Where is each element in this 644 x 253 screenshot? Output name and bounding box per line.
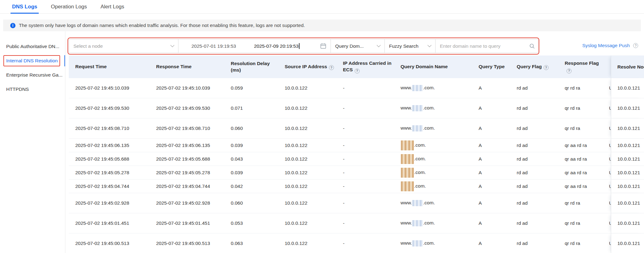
table-row: 2025-07-02 19:45:04.744 2025-07-02 19:45… [69,180,644,193]
table-row: 2025-07-02 19:45:09.530 2025-07-02 19:45… [69,98,644,118]
resolution-delay-cell: 0.053 [225,220,278,226]
source-ip-cell: 10.0.0.122 [278,170,337,175]
tab-dns-logs[interactable]: DNS Logs [11,0,38,13]
request-time-cell: 2025-07-02 19:45:09.530 [69,105,150,111]
query-type-cell: A [472,170,510,175]
query-domain-cell: www..com. [394,125,472,131]
domain-search-input[interactable] [440,43,529,49]
resolve-node-cell: 10.0.0.121 [611,180,644,193]
col-header-query-type[interactable]: Query Type [472,55,510,78]
response-flag-cell: qr aa rd ra [559,143,605,148]
col-header-request-time[interactable]: Request Time [69,55,150,78]
query-domain-cell: .com. [394,140,472,150]
redacted-domain-blur [412,105,423,111]
date-end-value[interactable]: 2025-07-09 20:19:53 [254,43,299,49]
tab-operation-logs[interactable]: Operation Logs [50,0,88,13]
help-icon[interactable] [544,65,549,70]
table-row: 2025-07-02 19:45:08.710 2025-07-02 19:45… [69,118,644,139]
help-icon[interactable] [355,69,360,73]
source-ip-cell: 10.0.0.122 [278,85,337,91]
resolution-delay-cell: 0.071 [225,105,278,111]
query-domain-cell: www..com. [394,85,472,91]
date-start-value[interactable]: 2025-07-01 19:19:53 [191,43,236,49]
query-field-select[interactable]: Query Dom... [331,39,384,53]
resolution-delay-cell: 0.060 [225,126,278,131]
col-header-source-ip[interactable]: Source IP Address [278,55,337,78]
request-time-cell: 2025-07-02 19:45:06.135 [69,143,150,148]
sidebar-item-httpdns[interactable]: HTTPDNS [0,82,65,96]
help-icon[interactable] [633,43,638,48]
source-ip-cell: 10.0.0.122 [278,241,337,246]
chevron-down-icon [170,43,174,47]
resolve-node-cell: 10.0.0.121 [611,78,644,98]
sidebar-item-internal-dns-resolution[interactable]: Internal DNS Resolution [0,54,65,68]
table-row: 2025-07-02 19:45:05.278 2025-07-02 19:45… [69,166,644,180]
query-flag-cell: rd ad [510,184,559,189]
col-header-resolve-node[interactable]: Resolve Node [611,55,644,78]
text-cursor [299,43,300,49]
query-domain-cell: www..com. [394,240,472,246]
source-ip-cell: 10.0.0.122 [278,200,337,206]
table-row: 2025-07-02 19:45:02.928 2025-07-02 19:45… [69,193,644,213]
syslog-link-label: Syslog Message Push [582,43,630,48]
response-time-cell: 2025-07-02 19:45:00.513 [150,241,225,246]
col-header-resolution-delay[interactable]: Resolution Delay (ms) [225,55,278,78]
table-body: 2025-07-02 19:45:10.039 2025-07-02 19:45… [69,78,644,253]
protocol-cell-clipped: U [605,156,611,162]
syslog-message-push-link[interactable]: Syslog Message Push [582,43,638,48]
source-ip-cell: 10.0.0.122 [278,220,337,226]
col-header-response-flag[interactable]: Response Flag [559,55,605,78]
sidebar-item-enterprise-recursive-gateway[interactable]: Enterprise Recursive Ga... [0,68,65,82]
request-time-cell: 2025-07-02 19:45:05.278 [69,170,150,175]
main-content: Select a node 2025-07-01 19:19:53 2025-0… [65,31,644,253]
resolve-node-cell: 10.0.0.121 [611,166,644,179]
col-header-response-time[interactable]: Response Time [150,55,225,78]
request-time-cell: 2025-07-02 19:45:04.744 [69,184,150,189]
col-header-ecs-ip[interactable]: IP Address Carried in ECS [337,55,394,78]
response-flag-cell: qr rd ra [559,105,605,111]
source-ip-cell: 10.0.0.122 [278,105,337,111]
ecs-ip-cell: - [337,126,394,131]
ecs-ip-cell: - [337,105,394,111]
calendar-icon[interactable] [320,43,326,49]
resolve-node-cell: 10.0.0.121 [611,139,644,152]
redacted-domain-blur [401,181,414,191]
protocol-cell-clipped: U [605,184,611,189]
col-header-query-domain[interactable]: Query Domain Name [394,55,472,78]
search-icon[interactable] [529,43,535,49]
info-banner-text: The system only have logs of domain name… [19,23,305,28]
tab-alert-logs[interactable]: Alert Logs [99,0,125,13]
request-time-cell: 2025-07-02 19:45:05.688 [69,156,150,162]
sidebar-item-public-authoritative-dns[interactable]: Public Authoritative DN... [0,39,65,54]
date-range-picker[interactable]: 2025-07-01 19:19:53 2025-07-09 20:19:53 [178,39,331,53]
request-time-cell: 2025-07-02 19:45:02.928 [69,200,150,206]
help-icon[interactable] [567,69,572,73]
query-domain-cell: .com. [394,181,472,191]
resolution-delay-cell: 0.060 [225,200,278,206]
redacted-domain-blur [401,154,414,164]
resolve-node-cell: 10.0.0.121 [611,118,644,138]
top-tab-bar: DNS Logs Operation Logs Alert Logs [0,0,644,14]
response-flag-cell: qr rd ra [559,241,605,246]
source-ip-cell: 10.0.0.122 [278,126,337,131]
query-flag-cell: rd ad [510,105,559,111]
redacted-domain-blur [412,85,423,91]
query-domain-cell: www..com. [394,220,472,226]
help-icon[interactable] [329,65,334,70]
node-select[interactable]: Select a node [69,39,178,53]
response-time-cell: 2025-07-02 19:45:09.530 [150,105,225,111]
redacted-domain-blur [412,220,423,226]
source-ip-cell: 10.0.0.122 [278,156,337,162]
response-time-cell: 2025-07-02 19:45:05.688 [150,156,225,162]
resolution-delay-cell: 0.039 [225,143,278,148]
query-type-cell: A [472,85,510,91]
table-header-row: Request Time Response Time Resolution De… [69,55,644,78]
table-row: 2025-07-02 19:45:10.039 2025-07-02 19:45… [69,78,644,98]
table-row: 2025-07-02 19:45:01.451 2025-07-02 19:45… [69,213,644,233]
source-ip-cell: 10.0.0.122 [278,184,337,189]
col-header-query-flag[interactable]: Query Flag [510,55,559,78]
protocol-cell-clipped: U [605,105,611,111]
resolution-delay-cell: 0.059 [225,85,278,91]
match-mode-select[interactable]: Fuzzy Search [384,39,435,53]
protocol-cell-clipped: U [605,170,611,175]
